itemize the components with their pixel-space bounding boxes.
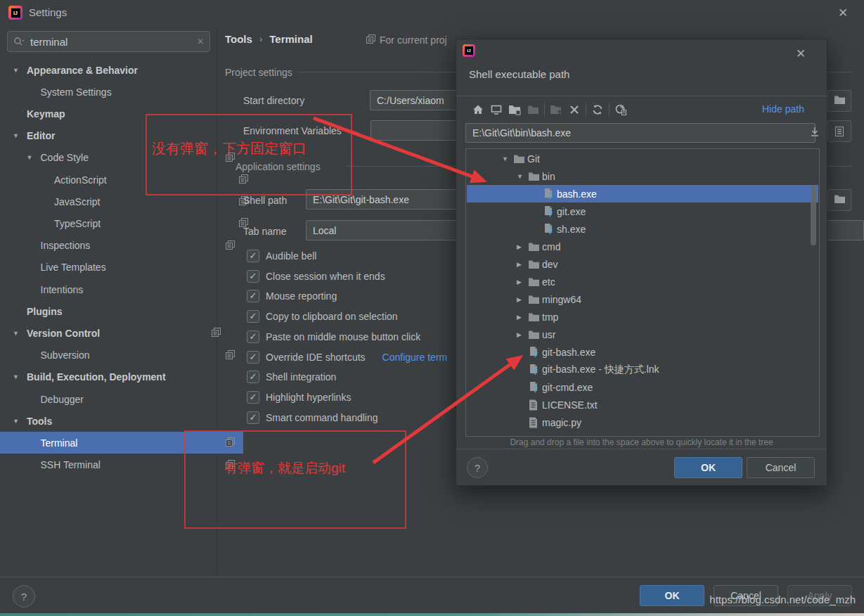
checkbox-box[interactable]: ✓: [247, 310, 259, 323]
app-logo-icon: IJ: [8, 6, 22, 20]
expand-arrow-icon[interactable]: ▼: [502, 155, 513, 162]
checkbox-copy-to-clipboard-on-selection[interactable]: ✓Copy to clipboard on selection: [247, 307, 398, 326]
checkbox-box[interactable]: ✓: [247, 290, 259, 302]
checkbox-override-ide-shortcuts[interactable]: ✓Override IDE shortcutsConfigure term: [247, 347, 447, 367]
checkbox-box[interactable]: ✓: [247, 411, 259, 424]
checkbox-box[interactable]: ✓: [247, 391, 259, 404]
show-hidden-files-icon[interactable]: [612, 102, 630, 117]
browse-shell-path-button[interactable]: [827, 189, 851, 211]
expand-arrow-icon[interactable]: ▼: [13, 67, 27, 74]
checkbox-box[interactable]: ✓: [247, 250, 259, 262]
clear-search-icon[interactable]: ✕: [197, 37, 204, 46]
tree-item-dev[interactable]: ▶dev: [467, 255, 818, 273]
sidebar-item-label: System Settings: [41, 86, 112, 98]
tree-item-license-txt[interactable]: LICENSE.txt: [467, 396, 818, 413]
tree-item-etc[interactable]: ▶etc: [467, 273, 818, 290]
tree-item-git-bash-exe[interactable]: ?git-bash.exe: [467, 343, 818, 361]
sidebar-item-appearance-behavior[interactable]: ▼Appearance & Behavior: [0, 59, 229, 81]
ok-button[interactable]: OK: [640, 585, 704, 606]
tree-item-magic-py[interactable]: magic.py: [467, 413, 818, 431]
checkbox-audible-bell[interactable]: ✓Audible bell: [247, 246, 316, 266]
sidebar-item-keymap[interactable]: Keymap: [0, 103, 229, 124]
sidebar-item-live-templates[interactable]: Live Templates: [0, 257, 243, 278]
tree-item-bin[interactable]: ▼bin: [467, 167, 818, 185]
tree-item-bash-exe[interactable]: ?bash.exe: [467, 185, 818, 203]
expand-arrow-icon[interactable]: ▼: [13, 132, 27, 139]
sidebar-item-debugger[interactable]: Debugger: [0, 388, 243, 410]
tab-name-value: Local: [313, 225, 336, 236]
tree-item-git[interactable]: ▼Git: [467, 150, 818, 167]
dialog-help-button[interactable]: ?: [467, 457, 488, 478]
expand-arrow-icon[interactable]: ▼: [13, 373, 27, 380]
home-icon[interactable]: [469, 102, 487, 117]
dialog-cancel-button[interactable]: Cancel: [747, 457, 815, 478]
configure-terminal-link[interactable]: Configure term: [382, 352, 448, 363]
expand-arrow-icon[interactable]: ▼: [13, 418, 27, 425]
search-input[interactable]: terminal ✕: [7, 31, 210, 52]
sidebar-item-version-control[interactable]: ▼Version Control: [0, 322, 229, 344]
refresh-icon[interactable]: [588, 102, 607, 117]
checkbox-box[interactable]: ✓: [247, 351, 259, 364]
tree-item-sh-exe[interactable]: ?sh.exe: [467, 220, 818, 238]
folder-icon: [834, 95, 846, 107]
sidebar-item-ssh-terminal[interactable]: SSH Terminal: [0, 454, 243, 476]
checkbox-smart-command-handling[interactable]: ✓Smart command handling: [247, 408, 378, 428]
expand-arrow-icon[interactable]: ▶: [517, 331, 528, 338]
start-directory-value: C:/Users/xiaom: [377, 95, 444, 106]
exe-file-icon: ?: [543, 188, 557, 200]
expand-arrow-icon[interactable]: ▶: [517, 261, 528, 268]
tree-item-cmd[interactable]: ▶cmd: [467, 238, 818, 255]
folder-icon: [834, 194, 846, 206]
project-directory-icon[interactable]: [505, 102, 524, 117]
desktop-icon[interactable]: [487, 102, 505, 117]
path-input[interactable]: E:\Git\Git\bin\bash.exe: [465, 123, 815, 143]
svg-text:?: ?: [533, 349, 538, 358]
delete-icon[interactable]: [565, 102, 583, 117]
checkbox-box[interactable]: ✓: [247, 270, 259, 283]
close-icon[interactable]: ✕: [838, 6, 848, 20]
tree-item-mingw64[interactable]: ▶mingw64: [467, 290, 818, 308]
checkbox-mouse-reporting[interactable]: ✓Mouse reporting: [247, 286, 337, 306]
checkbox-box[interactable]: ✓: [247, 371, 259, 383]
tree-item-tmp[interactable]: ▶tmp: [467, 308, 818, 326]
scope-selector[interactable]: For current proj: [366, 34, 447, 46]
tree-item-git-bash-exe-lnk[interactable]: ?git-bash.exe - 快捷方式.lnk: [467, 361, 818, 378]
expand-arrow-icon[interactable]: ▼: [517, 173, 528, 180]
dialog-ok-button[interactable]: OK: [674, 457, 742, 478]
hide-path-link[interactable]: Hide path: [762, 103, 804, 115]
edit-environment-variables-button[interactable]: [827, 120, 851, 142]
sidebar-item-intentions[interactable]: Intentions: [0, 278, 243, 300]
checkbox-highlight-hyperlinks[interactable]: ✓Highlight hyperlinks: [247, 387, 351, 407]
sidebar-item-build-execution-deployment[interactable]: ▼Build, Execution, Deployment: [0, 366, 229, 388]
expand-arrow-icon[interactable]: ▼: [27, 154, 41, 161]
checkbox-shell-integration[interactable]: ✓Shell integration: [247, 367, 336, 387]
sidebar-item-inspections[interactable]: Inspections: [0, 235, 243, 257]
new-folder-icon[interactable]: [547, 102, 565, 117]
module-directory-icon[interactable]: [524, 102, 542, 117]
expand-arrow-icon[interactable]: ▶: [517, 296, 528, 303]
dialog-close-icon[interactable]: ✕: [796, 46, 806, 61]
checkbox-paste-on-middle-mouse-button-click[interactable]: ✓Paste on middle mouse button click: [247, 327, 420, 347]
sidebar-item-subversion[interactable]: Subversion: [0, 345, 243, 366]
tree-item-git-cmd-exe[interactable]: ?git-cmd.exe: [467, 378, 818, 396]
help-button[interactable]: ?: [13, 585, 35, 608]
breadcrumb-separator: ›: [259, 34, 262, 44]
expand-arrow-icon[interactable]: ▶: [517, 278, 528, 285]
checkbox-close-session-when-it-ends[interactable]: ✓Close session when it ends: [247, 267, 385, 286]
expand-arrow-icon[interactable]: ▶: [517, 243, 528, 250]
expand-arrow-icon[interactable]: ▼: [13, 330, 27, 337]
tree-scrollbar[interactable]: [811, 186, 816, 245]
tree-item-usr[interactable]: ▶usr: [467, 326, 818, 343]
sidebar-item-tools[interactable]: ▼Tools: [0, 410, 229, 432]
dialog-title: Shell executable path: [469, 68, 569, 80]
sidebar-item-terminal[interactable]: Terminal: [0, 432, 243, 454]
breadcrumb-tools[interactable]: Tools: [225, 33, 252, 45]
sidebar-item-plugins[interactable]: Plugins: [0, 300, 229, 322]
browse-start-directory-button[interactable]: [827, 90, 851, 112]
sidebar-item-system-settings[interactable]: System Settings: [0, 81, 243, 103]
checkbox-box[interactable]: ✓: [247, 331, 259, 343]
expand-path-icon[interactable]: [808, 126, 821, 141]
expand-arrow-icon[interactable]: ▶: [517, 314, 528, 321]
tree-item-git-exe[interactable]: ?git.exe: [467, 203, 818, 220]
sidebar-item-label: Version Control: [27, 328, 100, 339]
